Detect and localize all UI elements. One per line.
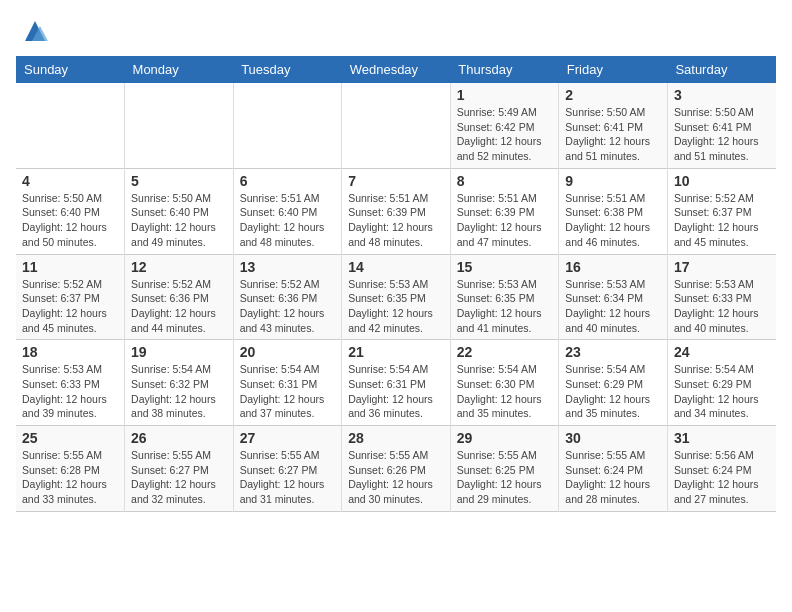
day-number: 20 [240, 344, 336, 360]
day-number: 6 [240, 173, 336, 189]
calendar-cell: 28Sunrise: 5:55 AM Sunset: 6:26 PM Dayli… [342, 426, 451, 512]
day-info: Sunrise: 5:55 AM Sunset: 6:27 PM Dayligh… [131, 448, 227, 507]
day-info: Sunrise: 5:53 AM Sunset: 6:33 PM Dayligh… [22, 362, 118, 421]
day-info: Sunrise: 5:55 AM Sunset: 6:25 PM Dayligh… [457, 448, 553, 507]
calendar-week-row: 18Sunrise: 5:53 AM Sunset: 6:33 PM Dayli… [16, 340, 776, 426]
calendar-cell: 9Sunrise: 5:51 AM Sunset: 6:38 PM Daylig… [559, 168, 668, 254]
calendar-cell: 8Sunrise: 5:51 AM Sunset: 6:39 PM Daylig… [450, 168, 559, 254]
calendar-cell: 26Sunrise: 5:55 AM Sunset: 6:27 PM Dayli… [125, 426, 234, 512]
day-info: Sunrise: 5:53 AM Sunset: 6:34 PM Dayligh… [565, 277, 661, 336]
day-info: Sunrise: 5:51 AM Sunset: 6:39 PM Dayligh… [348, 191, 444, 250]
calendar-cell: 25Sunrise: 5:55 AM Sunset: 6:28 PM Dayli… [16, 426, 125, 512]
day-info: Sunrise: 5:50 AM Sunset: 6:40 PM Dayligh… [131, 191, 227, 250]
calendar-cell: 22Sunrise: 5:54 AM Sunset: 6:30 PM Dayli… [450, 340, 559, 426]
weekday-header-monday: Monday [125, 56, 234, 83]
day-info: Sunrise: 5:52 AM Sunset: 6:36 PM Dayligh… [131, 277, 227, 336]
calendar-cell: 24Sunrise: 5:54 AM Sunset: 6:29 PM Dayli… [667, 340, 776, 426]
calendar-cell: 30Sunrise: 5:55 AM Sunset: 6:24 PM Dayli… [559, 426, 668, 512]
day-number: 29 [457, 430, 553, 446]
day-info: Sunrise: 5:54 AM Sunset: 6:32 PM Dayligh… [131, 362, 227, 421]
day-number: 10 [674, 173, 770, 189]
day-info: Sunrise: 5:51 AM Sunset: 6:39 PM Dayligh… [457, 191, 553, 250]
calendar-cell [342, 83, 451, 168]
day-number: 12 [131, 259, 227, 275]
day-info: Sunrise: 5:51 AM Sunset: 6:40 PM Dayligh… [240, 191, 336, 250]
weekday-header-row: SundayMondayTuesdayWednesdayThursdayFrid… [16, 56, 776, 83]
calendar-cell: 13Sunrise: 5:52 AM Sunset: 6:36 PM Dayli… [233, 254, 342, 340]
day-number: 23 [565, 344, 661, 360]
day-info: Sunrise: 5:55 AM Sunset: 6:27 PM Dayligh… [240, 448, 336, 507]
day-number: 3 [674, 87, 770, 103]
weekday-header-thursday: Thursday [450, 56, 559, 83]
logo-icon [20, 16, 50, 46]
weekday-header-wednesday: Wednesday [342, 56, 451, 83]
day-info: Sunrise: 5:52 AM Sunset: 6:36 PM Dayligh… [240, 277, 336, 336]
calendar-cell: 5Sunrise: 5:50 AM Sunset: 6:40 PM Daylig… [125, 168, 234, 254]
calendar-cell: 6Sunrise: 5:51 AM Sunset: 6:40 PM Daylig… [233, 168, 342, 254]
calendar-cell: 3Sunrise: 5:50 AM Sunset: 6:41 PM Daylig… [667, 83, 776, 168]
calendar-week-row: 11Sunrise: 5:52 AM Sunset: 6:37 PM Dayli… [16, 254, 776, 340]
day-info: Sunrise: 5:53 AM Sunset: 6:35 PM Dayligh… [457, 277, 553, 336]
day-info: Sunrise: 5:51 AM Sunset: 6:38 PM Dayligh… [565, 191, 661, 250]
day-info: Sunrise: 5:52 AM Sunset: 6:37 PM Dayligh… [22, 277, 118, 336]
day-info: Sunrise: 5:50 AM Sunset: 6:41 PM Dayligh… [674, 105, 770, 164]
calendar-cell: 12Sunrise: 5:52 AM Sunset: 6:36 PM Dayli… [125, 254, 234, 340]
day-info: Sunrise: 5:55 AM Sunset: 6:24 PM Dayligh… [565, 448, 661, 507]
day-number: 30 [565, 430, 661, 446]
calendar-week-row: 25Sunrise: 5:55 AM Sunset: 6:28 PM Dayli… [16, 426, 776, 512]
day-info: Sunrise: 5:53 AM Sunset: 6:33 PM Dayligh… [674, 277, 770, 336]
logo [16, 16, 50, 46]
day-number: 5 [131, 173, 227, 189]
day-number: 13 [240, 259, 336, 275]
day-number: 2 [565, 87, 661, 103]
weekday-header-tuesday: Tuesday [233, 56, 342, 83]
calendar-cell: 17Sunrise: 5:53 AM Sunset: 6:33 PM Dayli… [667, 254, 776, 340]
day-number: 9 [565, 173, 661, 189]
calendar-cell [233, 83, 342, 168]
calendar-cell: 14Sunrise: 5:53 AM Sunset: 6:35 PM Dayli… [342, 254, 451, 340]
calendar-table: SundayMondayTuesdayWednesdayThursdayFrid… [16, 56, 776, 512]
day-number: 24 [674, 344, 770, 360]
calendar-cell: 15Sunrise: 5:53 AM Sunset: 6:35 PM Dayli… [450, 254, 559, 340]
day-info: Sunrise: 5:50 AM Sunset: 6:41 PM Dayligh… [565, 105, 661, 164]
day-number: 16 [565, 259, 661, 275]
calendar-cell: 7Sunrise: 5:51 AM Sunset: 6:39 PM Daylig… [342, 168, 451, 254]
day-number: 28 [348, 430, 444, 446]
day-info: Sunrise: 5:55 AM Sunset: 6:26 PM Dayligh… [348, 448, 444, 507]
day-number: 7 [348, 173, 444, 189]
day-info: Sunrise: 5:50 AM Sunset: 6:40 PM Dayligh… [22, 191, 118, 250]
day-number: 1 [457, 87, 553, 103]
calendar-cell: 19Sunrise: 5:54 AM Sunset: 6:32 PM Dayli… [125, 340, 234, 426]
day-info: Sunrise: 5:54 AM Sunset: 6:30 PM Dayligh… [457, 362, 553, 421]
calendar-week-row: 1Sunrise: 5:49 AM Sunset: 6:42 PM Daylig… [16, 83, 776, 168]
weekday-header-saturday: Saturday [667, 56, 776, 83]
calendar-cell: 21Sunrise: 5:54 AM Sunset: 6:31 PM Dayli… [342, 340, 451, 426]
calendar-cell: 10Sunrise: 5:52 AM Sunset: 6:37 PM Dayli… [667, 168, 776, 254]
calendar-cell: 20Sunrise: 5:54 AM Sunset: 6:31 PM Dayli… [233, 340, 342, 426]
calendar-cell: 4Sunrise: 5:50 AM Sunset: 6:40 PM Daylig… [16, 168, 125, 254]
day-number: 4 [22, 173, 118, 189]
day-number: 18 [22, 344, 118, 360]
day-number: 21 [348, 344, 444, 360]
day-number: 22 [457, 344, 553, 360]
day-number: 31 [674, 430, 770, 446]
calendar-cell: 18Sunrise: 5:53 AM Sunset: 6:33 PM Dayli… [16, 340, 125, 426]
calendar-cell: 11Sunrise: 5:52 AM Sunset: 6:37 PM Dayli… [16, 254, 125, 340]
day-info: Sunrise: 5:56 AM Sunset: 6:24 PM Dayligh… [674, 448, 770, 507]
day-info: Sunrise: 5:54 AM Sunset: 6:31 PM Dayligh… [348, 362, 444, 421]
calendar-cell: 16Sunrise: 5:53 AM Sunset: 6:34 PM Dayli… [559, 254, 668, 340]
day-number: 11 [22, 259, 118, 275]
day-number: 14 [348, 259, 444, 275]
day-number: 17 [674, 259, 770, 275]
calendar-cell: 1Sunrise: 5:49 AM Sunset: 6:42 PM Daylig… [450, 83, 559, 168]
calendar-cell [16, 83, 125, 168]
day-number: 25 [22, 430, 118, 446]
day-info: Sunrise: 5:54 AM Sunset: 6:31 PM Dayligh… [240, 362, 336, 421]
day-info: Sunrise: 5:54 AM Sunset: 6:29 PM Dayligh… [674, 362, 770, 421]
calendar-cell: 23Sunrise: 5:54 AM Sunset: 6:29 PM Dayli… [559, 340, 668, 426]
weekday-header-friday: Friday [559, 56, 668, 83]
calendar-week-row: 4Sunrise: 5:50 AM Sunset: 6:40 PM Daylig… [16, 168, 776, 254]
calendar-header: SundayMondayTuesdayWednesdayThursdayFrid… [16, 56, 776, 83]
calendar-cell [125, 83, 234, 168]
calendar-cell: 2Sunrise: 5:50 AM Sunset: 6:41 PM Daylig… [559, 83, 668, 168]
